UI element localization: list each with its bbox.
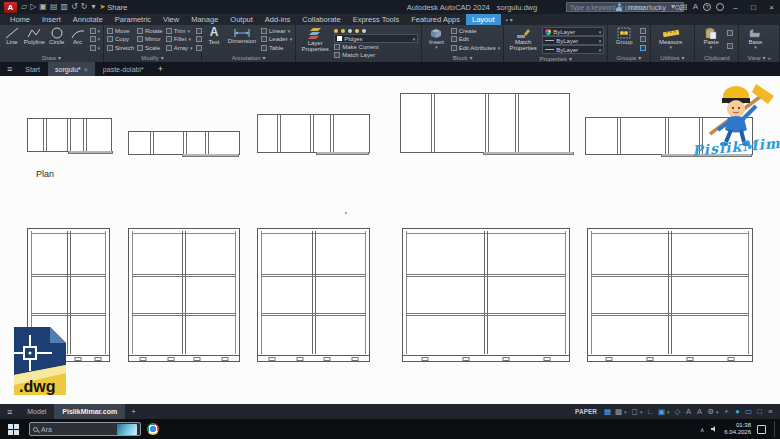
tray-chevron-icon[interactable]: ∧	[700, 426, 704, 433]
elevation-drawing[interactable]	[587, 228, 753, 362]
close-icon[interactable]: ×	[84, 66, 88, 73]
ribbon-display-toggle[interactable]: ▪ ▾	[501, 14, 518, 25]
rotate-tool[interactable]: Rotate	[137, 27, 163, 35]
file-tab-paste-dolabi[interactable]: paste-dolabi*	[96, 62, 151, 76]
file-tab-start[interactable]: Start	[18, 62, 47, 76]
workspace-icon[interactable]: ⚙	[705, 404, 716, 419]
new-file-icon[interactable]: ▱	[21, 3, 27, 11]
close-button[interactable]: ×	[765, 3, 778, 12]
ribbon-tab-manage[interactable]: Manage	[185, 14, 224, 25]
group-tool[interactable]: Group	[611, 26, 637, 53]
maximize-button[interactable]: □	[747, 3, 760, 12]
elevation-drawing[interactable]	[128, 228, 240, 362]
model-tab[interactable]: Model	[19, 404, 54, 419]
base-tool[interactable]: Base ▾	[742, 26, 768, 53]
elevation-drawing[interactable]	[402, 228, 570, 362]
qat-caret-icon[interactable]: ▾	[91, 3, 95, 11]
plot-icon[interactable]: ▥	[60, 3, 68, 11]
layout-tab-pislikmimar[interactable]: PislikMimar.com	[54, 404, 125, 419]
tray-clock[interactable]: 01:38 6.04.2026	[724, 422, 751, 436]
layer-freeze-icon[interactable]	[341, 29, 345, 33]
grid-icon[interactable]: ▦	[602, 404, 613, 419]
move-tool[interactable]: Move	[107, 27, 134, 35]
hatch-tool[interactable]: ▾	[90, 44, 101, 52]
search-highlight-image[interactable]	[117, 424, 137, 435]
ungroup-tool[interactable]	[640, 27, 646, 35]
save-icon[interactable]: ▣	[39, 3, 47, 11]
chrome-icon[interactable]	[147, 423, 159, 435]
explode-tool[interactable]	[196, 35, 202, 43]
ribbon-tab-add-ins[interactable]: Add-ins	[259, 14, 296, 25]
match-properties-tool[interactable]: Match Properties	[507, 26, 539, 55]
taskbar-search-input[interactable]	[41, 426, 114, 433]
notification-icon[interactable]	[716, 3, 724, 11]
layer-dropdown[interactable]: Pldges ▾	[334, 34, 418, 43]
ribbon-tab-layout[interactable]: Layout	[466, 14, 501, 25]
user-name[interactable]: mimarlucky	[628, 3, 666, 12]
copy-clip-tool[interactable]	[727, 29, 733, 37]
speaker-icon[interactable]	[710, 425, 718, 433]
stretch-tool[interactable]: Stretch	[107, 44, 134, 52]
start-button[interactable]	[8, 424, 19, 435]
object-color-dropdown[interactable]: ByLayer▾	[542, 27, 604, 36]
snap-tracking-icon[interactable]: ◇	[672, 404, 683, 419]
drawing-layer[interactable]	[0, 76, 780, 404]
draw-panel-label[interactable]: Draw▾	[3, 53, 100, 62]
plan-drawing[interactable]	[400, 93, 570, 153]
annotation-monitor-icon[interactable]: +	[721, 404, 732, 419]
ortho-mode-icon[interactable]: ∟	[645, 404, 656, 419]
undo-icon[interactable]: ↺	[71, 3, 78, 11]
rectangle-tool[interactable]: ▾	[90, 27, 101, 35]
notification-center-icon[interactable]	[757, 425, 766, 434]
utilities-panel-label[interactable]: Utilities▾	[654, 53, 691, 62]
annotation-scale-icon[interactable]: A	[694, 404, 705, 419]
ribbon-tab-home[interactable]: Home	[4, 14, 36, 25]
drawing-canvas[interactable]: Plan PislikMimar	[0, 76, 780, 404]
edit-block-tool[interactable]: Edit	[451, 35, 501, 43]
make-current-tool[interactable]: Make Current	[334, 43, 418, 51]
open-folder-icon[interactable]: ▷	[30, 3, 36, 11]
autodesk-a-icon[interactable]: A	[693, 3, 698, 11]
erase-tool[interactable]	[196, 27, 202, 35]
group-edit-tool[interactable]	[640, 35, 646, 43]
cut-clip-tool[interactable]	[727, 42, 733, 50]
ribbon-tab-featured-apps[interactable]: Featured Apps	[405, 14, 466, 25]
match-layer-tool[interactable]: Match Layer	[334, 51, 418, 59]
ellipse-tool[interactable]: ▾	[90, 35, 101, 43]
properties-panel-label[interactable]: Properties▾	[507, 55, 604, 62]
layer-plot-icon[interactable]	[355, 29, 359, 33]
layout-menu-icon[interactable]: ≡	[0, 404, 19, 419]
measure-tool[interactable]: Measure ▾	[654, 26, 688, 53]
graphics-performance-icon[interactable]: ▭	[743, 404, 754, 419]
paper-space-badge[interactable]: PAPER	[575, 408, 597, 415]
annotation-visibility-icon[interactable]: A	[683, 404, 694, 419]
linear-tool[interactable]: Linear▾	[261, 27, 292, 35]
text-tool[interactable]: A Text	[205, 26, 223, 53]
scale-tool[interactable]: Scale	[137, 44, 163, 52]
modify-panel-label[interactable]: Modify▾	[107, 53, 198, 62]
circle-tool[interactable]: Circle	[48, 26, 66, 53]
file-tab-sorgulu[interactable]: sorgulu*×	[48, 62, 95, 76]
edit-attributes-tool[interactable]: Edit Attributes▾	[451, 44, 501, 52]
isolate-objects-icon[interactable]: ●	[732, 404, 743, 419]
insert-tool[interactable]: Insert ▾	[425, 26, 447, 53]
copy-tool[interactable]: Copy	[107, 35, 134, 43]
snap-mode-icon[interactable]: ▩	[613, 404, 624, 419]
ribbon-tab-express-tools[interactable]: Express Tools	[347, 14, 406, 25]
show-desktop-button[interactable]	[774, 421, 776, 437]
block-panel-label[interactable]: Block▾	[425, 53, 500, 62]
share-button[interactable]: ➤ Share	[99, 3, 127, 12]
object-snap-icon[interactable]: ▣	[656, 404, 667, 419]
ribbon-tab-annotate[interactable]: Annotate	[67, 14, 109, 25]
ribbon-tab-view[interactable]: View	[157, 14, 185, 25]
new-layout-button[interactable]: +	[125, 404, 142, 419]
app-menu-button[interactable]: A	[4, 2, 17, 13]
save-as-icon[interactable]: ▤	[50, 3, 58, 11]
user-caret-icon[interactable]: ▾	[671, 3, 675, 11]
file-tabs-menu-icon[interactable]: ≡	[2, 62, 17, 76]
customization-icon[interactable]: ≡	[765, 404, 776, 419]
new-drawing-tab-button[interactable]: +	[152, 62, 169, 76]
create-block-tool[interactable]: Create	[451, 27, 501, 35]
layer-properties-tool[interactable]: Layer Properties	[299, 26, 331, 60]
array-tool[interactable]: Array▾	[166, 44, 193, 52]
